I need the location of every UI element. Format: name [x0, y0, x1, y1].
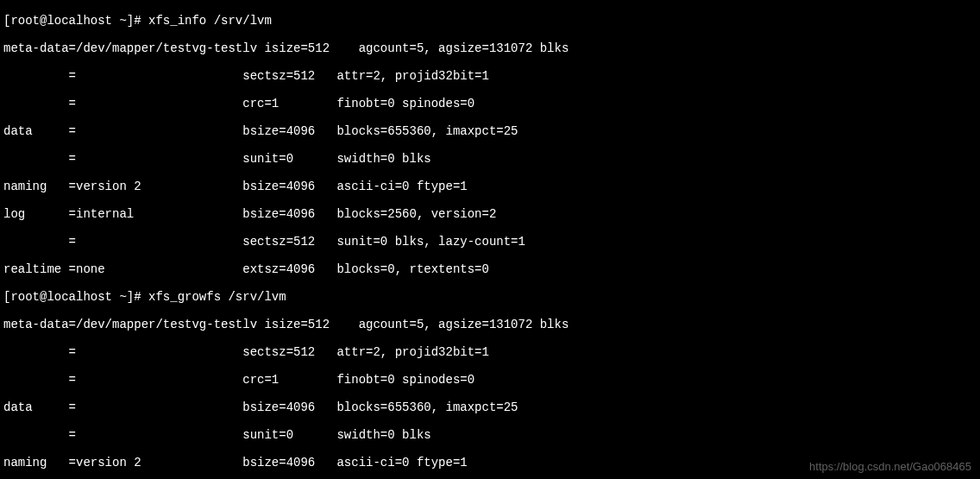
output-line: meta-data=/dev/mapper/testvg-testlv isiz…: [3, 318, 977, 331]
output-line: = sunit=0 swidth=0 blks: [3, 428, 977, 442]
output-line: = crc=1 finobt=0 spinodes=0: [3, 97, 977, 110]
output-line: meta-data=/dev/mapper/testvg-testlv isiz…: [3, 41, 977, 55]
output-line: = sunit=0 swidth=0 blks: [3, 152, 977, 166]
output-line: realtime =none extsz=4096 blocks=0, rtex…: [3, 262, 977, 276]
terminal-output[interactable]: [root@localhost ~]# xfs_info /srv/lvm me…: [0, 0, 980, 479]
output-line: log =internal bsize=4096 blocks=2560, ve…: [3, 207, 977, 221]
output-line: = crc=1 finobt=0 spinodes=0: [3, 373, 977, 387]
output-line: data = bsize=4096 blocks=655360, imaxpct…: [3, 400, 977, 414]
output-line: data = bsize=4096 blocks=655360, imaxpct…: [3, 124, 977, 138]
output-line: = sectsz=512 attr=2, projid32bit=1: [3, 69, 977, 83]
watermark-text: https://blog.csdn.net/Gao068465: [809, 460, 971, 474]
prompt-line: [root@localhost ~]# xfs_info /srv/lvm: [3, 14, 977, 28]
output-line: naming =version 2 bsize=4096 ascii-ci=0 …: [3, 180, 977, 193]
output-line: = sectsz=512 sunit=0 blks, lazy-count=1: [3, 235, 977, 249]
prompt-line: [root@localhost ~]# xfs_growfs /srv/lvm: [3, 290, 977, 304]
output-line: = sectsz=512 attr=2, projid32bit=1: [3, 345, 977, 359]
